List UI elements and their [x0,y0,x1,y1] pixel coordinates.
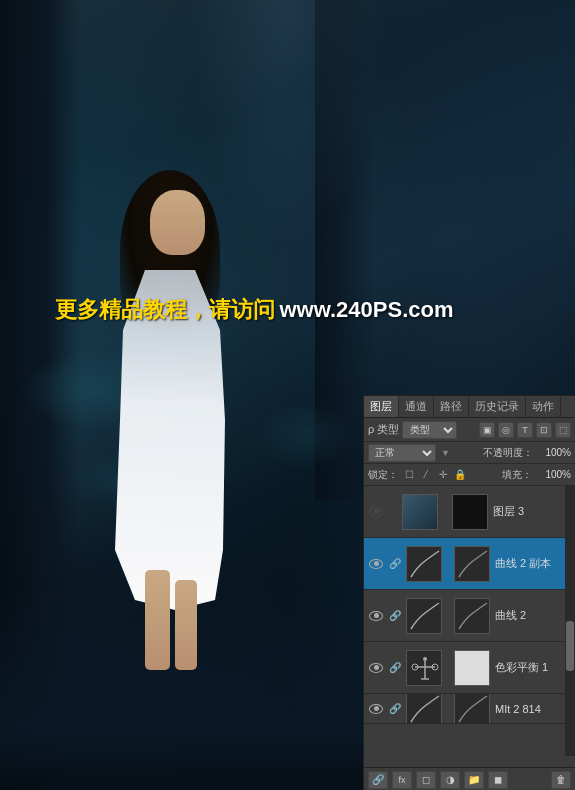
partial-link-icon[interactable]: 🔗 [387,703,403,714]
opacity-value: 100% [536,447,571,458]
watermark-chinese: 更多精品教程，请访问 [55,297,275,322]
figure-area [80,170,280,670]
watermark: 更多精品教程，请访问 www.240PS.com [55,295,454,325]
blend-mode-row: 正常 ▼ 不透明度： 100% [364,442,575,464]
tab-paths[interactable]: 路径 [434,396,469,417]
colorbalance1-thumb [406,650,442,686]
curves2-copy-name: 曲线 2 副本 [495,556,571,571]
layer-item-layer3[interactable]: 图层 3 [364,486,575,538]
filter-icon-shape[interactable]: ⊡ [536,422,552,438]
partial-thumb [406,694,442,724]
delete-layer-button[interactable]: 🗑 [551,771,571,789]
curves2-info: 曲线 2 [493,608,571,623]
tab-layers[interactable]: 图层 [364,396,399,417]
curves2-copy-info: 曲线 2 副本 [493,556,571,571]
filter-icon-text[interactable]: T [517,422,533,438]
curves2-copy-thumb [406,546,442,582]
layer-item-curves2[interactable]: 🔗 曲线 2 [364,590,575,642]
layers-panel: 图层 通道 路径 历史记录 动作 ρ 类型 类型 ▣ ◎ T ⊡ ⬚ [363,395,575,790]
scrollbar-thumb[interactable] [566,621,574,671]
new-adjustment-button[interactable]: ◑ [440,771,460,789]
svg-point-5 [423,657,427,661]
partial-name: MIt 2 814 [495,703,571,715]
blend-arrow: ▼ [441,448,450,458]
layer3-thumb [402,494,438,530]
colorbalance1-link-icon[interactable]: 🔗 [387,662,403,673]
partial-info: MIt 2 814 [493,703,571,715]
tab-actions[interactable]: 动作 [526,396,561,417]
tab-channels[interactable]: 通道 [399,396,434,417]
layer-item-partial[interactable]: 🔗 MIt 2 814 [364,694,575,724]
layer3-info: 图层 3 [491,504,571,519]
filter-icon-image[interactable]: ▣ [479,422,495,438]
add-mask-button[interactable]: ◻ [416,771,436,789]
new-layer-button[interactable]: ◼ [488,771,508,789]
colorbalance1-mask [454,650,490,686]
new-group-button[interactable]: 📁 [464,771,484,789]
blend-mode-select[interactable]: 正常 [368,444,436,462]
lock-icons: ☐ ∕ ✛ 🔒 [402,468,467,482]
colorbalance1-name: 色彩平衡 1 [495,660,571,675]
filter-type-select[interactable]: 类型 [402,421,457,439]
layer3-link [387,504,399,520]
filter-label: ρ 类型 [368,422,399,437]
lock-label: 锁定： [368,468,398,482]
fill-label: 填充： [502,468,532,482]
lock-paint-icon[interactable]: ∕ [419,468,433,482]
lock-transparent-icon[interactable]: ☐ [402,468,416,482]
link-layers-button[interactable]: 🔗 [368,771,388,789]
filter-icon-adjustment[interactable]: ◎ [498,422,514,438]
layers-list: 图层 3 🔗 [364,486,575,767]
layer3-name: 图层 3 [493,504,571,519]
tab-history[interactable]: 历史记录 [469,396,526,417]
visibility-curves2-copy[interactable] [368,556,384,572]
lock-move-icon[interactable]: ✛ [436,468,450,482]
visibility-curves2[interactable] [368,608,384,624]
visibility-layer3[interactable] [368,504,384,520]
fx-button[interactable]: fx [392,771,412,789]
panel-bottom-toolbar: 🔗 fx ◻ ◑ 📁 ◼ 🗑 [364,767,575,790]
colorbalance1-info: 色彩平衡 1 [493,660,571,675]
visibility-colorbalance1[interactable] [368,660,384,676]
opacity-label: 不透明度： [483,446,533,460]
curves2-name: 曲线 2 [495,608,571,623]
layer-item-colorbalance1[interactable]: 🔗 [364,642,575,694]
layer3-mask [452,494,488,530]
layer-item-curves2-copy[interactable]: 🔗 曲线 2 副本 [364,538,575,590]
curves2-copy-link-icon[interactable]: 🔗 [387,558,403,569]
panel-content: ρ 类型 类型 ▣ ◎ T ⊡ ⬚ 正常 ▼ 不透明度： 100% 锁定： [364,418,575,790]
panel-scrollbar[interactable] [565,486,575,756]
curves2-link-icon[interactable]: 🔗 [387,610,403,621]
fill-value: 100% [536,469,571,480]
filter-icon-smart[interactable]: ⬚ [555,422,571,438]
curves2-copy-mask [454,546,490,582]
visibility-partial[interactable] [368,701,384,717]
curves2-mask [454,598,490,634]
filter-icons: ▣ ◎ T ⊡ ⬚ [479,422,571,438]
lock-all-icon[interactable]: 🔒 [453,468,467,482]
partial-mask [454,694,490,724]
curves2-thumb [406,598,442,634]
lock-row: 锁定： ☐ ∕ ✛ 🔒 填充： 100% [364,464,575,486]
panel-tabs: 图层 通道 路径 历史记录 动作 [364,396,575,418]
filter-row: ρ 类型 类型 ▣ ◎ T ⊡ ⬚ [364,418,575,442]
watermark-url: www.240PS.com [279,297,453,322]
